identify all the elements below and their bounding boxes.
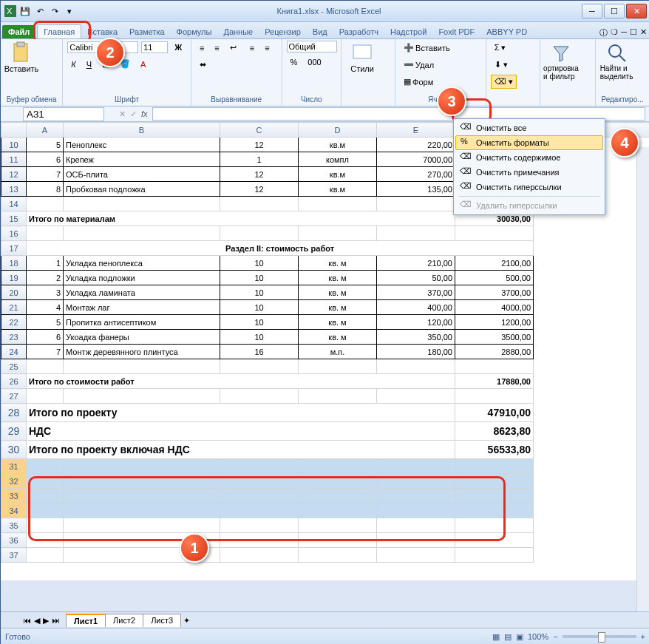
cell[interactable]: [64, 504, 220, 518]
col-header-B[interactable]: B: [64, 123, 220, 138]
cell[interactable]: [377, 474, 455, 489]
number-format-combo[interactable]: [287, 41, 337, 52]
cell[interactable]: [455, 226, 534, 241]
mdi-restore-icon[interactable]: ☐: [630, 27, 637, 38]
clear-menu-item[interactable]: ⌫Очистить гиперссылки: [455, 180, 603, 194]
cell[interactable]: 210,00: [377, 256, 455, 271]
cell[interactable]: 12: [220, 182, 299, 197]
cell[interactable]: кв. м: [299, 256, 377, 271]
cell[interactable]: [27, 489, 64, 504]
merge-icon[interactable]: ⬌: [196, 58, 210, 72]
cell[interactable]: кв. м: [299, 285, 377, 300]
sheet-tab[interactable]: Лист1: [66, 614, 106, 627]
cell[interactable]: [455, 489, 534, 504]
tab-file[interactable]: Файл: [2, 25, 35, 38]
font-size-combo[interactable]: [141, 41, 168, 53]
cell[interactable]: [377, 459, 455, 474]
cell[interactable]: 5: [27, 315, 64, 330]
row-header[interactable]: 31: [1, 459, 27, 474]
cell[interactable]: ОСБ-плита: [64, 167, 220, 182]
cell[interactable]: [299, 389, 377, 404]
cell[interactable]: кв. м: [299, 271, 377, 285]
styles-button[interactable]: Стили: [346, 41, 378, 73]
row-header[interactable]: 26: [1, 374, 27, 389]
cell[interactable]: [377, 548, 455, 563]
row-header[interactable]: 33: [1, 489, 27, 504]
cell[interactable]: 6: [27, 152, 64, 167]
row-header[interactable]: 19: [1, 271, 27, 285]
cell[interactable]: [220, 504, 299, 518]
cell[interactable]: 2100,00: [455, 256, 534, 271]
cell[interactable]: [455, 389, 534, 404]
cell[interactable]: 3500,00: [455, 330, 534, 345]
row-header[interactable]: 21: [1, 300, 27, 315]
cell[interactable]: 220,00: [377, 138, 455, 152]
cell[interactable]: 3: [27, 285, 64, 300]
cell[interactable]: Укладка ламината: [64, 285, 220, 300]
sheet-tab[interactable]: Лист3: [143, 614, 181, 627]
cell[interactable]: Крепеж: [64, 152, 220, 167]
cell[interactable]: [64, 474, 220, 489]
cell[interactable]: [377, 518, 455, 533]
cell[interactable]: 10: [220, 330, 299, 345]
row-header[interactable]: 17: [1, 241, 27, 256]
cell[interactable]: [455, 548, 534, 563]
zoom-slider[interactable]: [563, 635, 636, 638]
cell[interactable]: 12: [220, 167, 299, 182]
cell[interactable]: [377, 359, 455, 374]
wrap-icon[interactable]: ↩: [226, 41, 240, 55]
cell[interactable]: компл: [299, 152, 377, 167]
cell[interactable]: Итого по стоимости работ: [27, 374, 455, 389]
col-header-D[interactable]: D: [299, 123, 377, 138]
percent-icon[interactable]: %: [287, 55, 302, 69]
zoom-out-icon[interactable]: −: [553, 632, 557, 641]
tab-Разработч[interactable]: Разработч: [333, 25, 384, 38]
close-button[interactable]: ✕: [626, 4, 647, 18]
paste-button[interactable]: Вставить: [5, 41, 38, 73]
row-header[interactable]: 24: [1, 345, 27, 359]
cell[interactable]: кв. м: [299, 315, 377, 330]
sheet-nav-next-icon[interactable]: ▶: [43, 616, 49, 626]
cell[interactable]: [64, 197, 220, 211]
cell[interactable]: 16: [220, 345, 299, 359]
align-center-icon[interactable]: ≡: [261, 41, 273, 55]
view-layout-icon[interactable]: ▤: [504, 632, 512, 642]
cell[interactable]: [27, 197, 64, 211]
cell[interactable]: [220, 474, 299, 489]
sheet-nav-last-icon[interactable]: ⏭: [52, 616, 60, 625]
cell[interactable]: [455, 459, 534, 474]
tab-Данные[interactable]: Данные: [217, 25, 259, 38]
cell[interactable]: [27, 518, 64, 533]
delete-cells-button[interactable]: ➖ Удал: [400, 58, 438, 72]
cell[interactable]: [377, 489, 455, 504]
row-header[interactable]: 34: [1, 504, 27, 518]
row-header[interactable]: 16: [1, 226, 27, 241]
format-cells-button[interactable]: ▦ Форм: [400, 75, 437, 89]
italic-button[interactable]: К: [67, 58, 79, 71]
cell[interactable]: кв.м: [299, 167, 377, 182]
cell[interactable]: 6: [27, 330, 64, 345]
cell[interactable]: [377, 389, 455, 404]
cell[interactable]: 56533,80: [455, 441, 534, 459]
sort-filter-button[interactable]: ортировка и фильтр: [545, 41, 577, 81]
autosum-button[interactable]: Σ ▾: [491, 41, 510, 55]
cell[interactable]: Монтж деревянного плинтуса: [64, 345, 220, 359]
row-header[interactable]: 10: [1, 138, 27, 152]
cell[interactable]: 400,00: [377, 300, 455, 315]
cell[interactable]: НДС: [27, 422, 455, 441]
cell[interactable]: [64, 359, 220, 374]
cell[interactable]: [455, 533, 534, 548]
cell[interactable]: Итого по проекту включая НДС: [27, 441, 455, 459]
cell[interactable]: [27, 533, 64, 548]
cell[interactable]: кв.м: [299, 182, 377, 197]
view-normal-icon[interactable]: ▦: [492, 632, 500, 642]
cell[interactable]: [299, 533, 377, 548]
cell[interactable]: Итого по материалам: [27, 211, 455, 226]
clear-menu-item[interactable]: ⌫Очистить содержимое: [455, 150, 603, 165]
clear-menu-item[interactable]: %Очистить форматы: [455, 135, 603, 150]
cell[interactable]: 120,00: [377, 315, 455, 330]
cell[interactable]: Укладка пеноплекса: [64, 256, 220, 271]
cell[interactable]: [299, 489, 377, 504]
comma-icon[interactable]: 000: [304, 55, 324, 69]
cell[interactable]: [220, 226, 299, 241]
